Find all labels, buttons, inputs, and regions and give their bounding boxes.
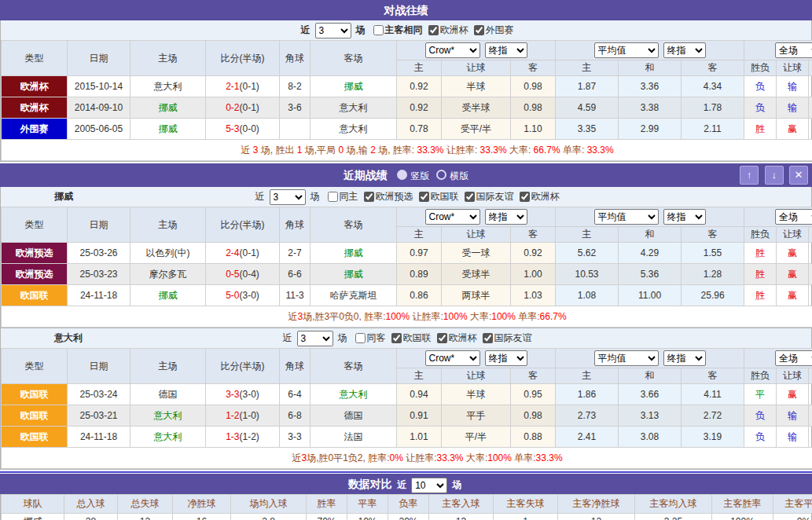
h2h-competition-1[interactable]: 外围赛 [474,24,514,37]
h2h-count-select[interactable]: 3 [315,23,351,38]
team0-competition-2[interactable]: 国际友谊 [465,190,514,203]
cell-avg-away: 3.19 [682,427,744,448]
team1-same-filter[interactable]: 同客 [355,331,386,345]
recent-title: 近期战绩 [344,169,388,181]
h2h-final-select[interactable]: 终指 [485,42,527,58]
cell-avg-home: 2.73 [556,405,619,427]
cell-avg-away: 4.34 [682,76,744,97]
h2h-bookmaker-select[interactable]: Crow* [425,42,480,58]
col-away: 客场 [310,41,397,76]
cell-result-0: 负 [744,97,777,119]
h2h-avg-select[interactable]: 平均值 [594,42,659,58]
summary-text: 单率: [512,452,536,463]
team1-same-filter-text: 同客 [367,331,386,345]
team0-filter-row: 挪威近3场同主欧洲预选欧国联国际友谊欧洲杯 [1,187,811,207]
h2h-body: 近3场主客相同欧洲杯外围赛 类型日期主场比分(半场)角球客场Crow*终指平均值… [0,20,812,162]
subcol-0: 主 [397,368,442,384]
team1-same-filter-input[interactable] [355,333,366,343]
view-mode-option-0[interactable]: 竖版 [397,170,429,181]
h2h-section: 对战往绩 近3场主客相同欧洲杯外围赛 类型日期主场比分(半场)角球客场Crow*… [0,0,812,162]
team0-final-select[interactable]: 终指 [485,209,527,225]
cell-avg-draw: 3.36 [619,76,682,97]
move-up-button[interactable]: ↑ [740,166,759,185]
cell-result-1: 输 [777,97,809,119]
cell-result-0: 负 [744,405,777,427]
cell-date: 2005-06-05 [68,119,130,140]
summary-text: 让胜率: [444,145,480,156]
team0-same-filter[interactable]: 同主 [328,190,358,203]
team0-same-filter-input[interactable] [328,192,338,202]
team0-avg-final-select[interactable]: 终指 [663,209,706,225]
team1-competition-1-input[interactable] [437,333,447,343]
h2h-same-filter-input[interactable] [373,25,384,35]
team1-bookmaker-select[interactable]: Crow* [425,350,480,366]
team1-avg-select[interactable]: 平均值 [594,350,659,366]
cell-handicap: 受半球 [442,97,511,119]
team1-competition-2-input[interactable] [483,333,493,343]
subcol-6: 胜负 [744,227,777,243]
h2h-competition-1-input[interactable] [474,25,484,35]
team0-competition-3[interactable]: 欧洲杯 [520,190,560,203]
team1-count-select[interactable]: 3 [297,331,333,346]
team1-competition-0[interactable]: 欧国联 [391,331,432,345]
cell-odds-home: 0.89 [397,264,442,285]
team0-competition-2-input[interactable] [465,192,475,202]
subcol-3: 主 [556,368,619,384]
cell-odds-away: 0.98 [511,76,556,97]
team0-competition-3-input[interactable] [520,192,530,202]
score-halftime: (3-0) [240,389,259,400]
team0-competition-0[interactable]: 欧洲预选 [364,190,413,203]
group-full-match: 全场 [744,349,812,368]
view-mode-option-1[interactable]: 横版 [436,170,468,181]
col-score: 比分(半场) [206,349,280,384]
subcol-1: 让球 [442,60,511,76]
cmp-col-10: 主客净胜球 [558,495,635,514]
radio-icon [436,170,446,180]
cell-avg-draw: 5.36 [619,264,682,285]
cell-score: 5-0(3-0) [206,285,280,306]
score-fulltime: 2-1 [226,81,239,92]
team0-count-select[interactable]: 3 [270,189,306,205]
team1-competition-1[interactable]: 欧洲杯 [437,331,477,345]
view-mode-label: 横版 [450,170,468,181]
cell-away-team: 哈萨克斯坦 [310,285,397,306]
team0-avg-select[interactable]: 平均值 [594,209,659,225]
compare-count-select[interactable]: 10 [411,478,447,493]
cell-result-2: 大 [809,76,812,97]
team0-competition-0-input[interactable] [364,192,374,202]
team0-bookmaker-select[interactable]: Crow* [425,209,480,225]
cell-handicap: 半球 [442,384,511,405]
team0-competition-1-input[interactable] [419,192,429,202]
col-corner: 角球 [280,41,310,76]
recent-section: 近期战绩 竖版横版 ↑ ↓ ✕ 挪威近3场同主欧洲预选欧国联国际友谊欧洲杯类型日… [0,163,812,470]
team1-avg-final-select[interactable]: 终指 [663,350,706,366]
close-button[interactable]: ✕ [789,166,808,185]
h2h-scope-select[interactable]: 全场 [775,42,812,58]
cell-avg-away: 25.96 [682,285,744,306]
team1-competition-2[interactable]: 国际友谊 [483,331,532,345]
cell-score: 3-3(3-0) [206,384,280,405]
summary-row: 近3场,胜3平0负0, 胜率:100% 让胜率:100% 大率:100% 单率:… [2,306,812,328]
team0-competition-1[interactable]: 欧国联 [419,190,459,203]
cmp-col-11: 主客均入球 [635,495,712,514]
h2h-avg-final-select[interactable]: 终指 [663,42,706,58]
team1-competition-0-input[interactable] [391,333,402,343]
cell-handicap: 两球半 [442,285,511,306]
subcol-5: 客 [682,60,744,76]
col-corner: 角球 [280,207,310,243]
team1-scope-select[interactable]: 全场 [775,350,812,366]
score-fulltime: 1-3 [226,431,239,442]
team1-final-select[interactable]: 终指 [485,350,527,366]
cell-avg-draw: 2.99 [619,119,682,140]
h2h-competition-0[interactable]: 欧洲杯 [428,24,468,37]
cell-odds-home: 0.94 [397,384,442,405]
score-fulltime: 0-5 [226,269,239,280]
cmp-col-1: 总入球 [64,495,118,514]
move-down-button[interactable]: ↓ [765,166,784,185]
h2h-competition-0-input[interactable] [428,25,439,35]
cell-corners: 6-6 [280,264,310,285]
team0-scope-select[interactable]: 全场 [775,209,812,225]
h2h-same-filter[interactable]: 主客相同 [373,24,423,37]
cell-result-1: 赢 [777,285,809,306]
summary-number: 100% [443,311,468,322]
